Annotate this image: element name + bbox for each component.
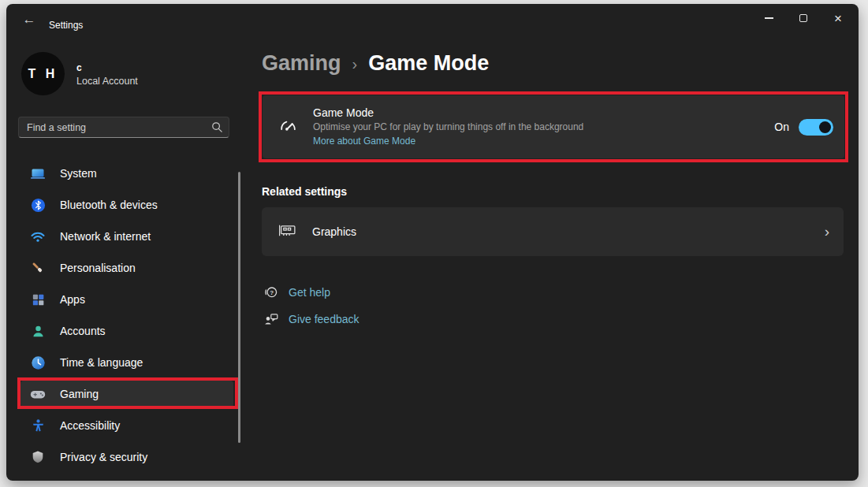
sidebar-item-system[interactable]: System: [20, 158, 233, 189]
game-mode-description: Optimise your PC for play by turning thi…: [313, 121, 774, 132]
toggle-state-label: On: [774, 121, 789, 133]
related-item-label: Graphics: [312, 225, 825, 238]
app-squares-icon: [30, 292, 46, 307]
accessibility-person-icon: [30, 418, 46, 433]
speedometer-icon: [278, 116, 298, 139]
sidebar-item-accessibility[interactable]: Accessibility: [20, 410, 233, 441]
clock-icon: [30, 355, 46, 370]
sidebar-item-privacy[interactable]: Privacy & security: [20, 441, 233, 473]
bluetooth-icon: [30, 197, 46, 213]
sidebar-item-label: Bluetooth & devices: [60, 199, 158, 211]
game-mode-card: Game Mode Optimise your PC for play by t…: [263, 95, 844, 158]
sidebar-item-label: Personalisation: [60, 262, 136, 274]
close-icon: ×: [834, 12, 842, 25]
maximize-icon: [799, 14, 807, 22]
avatar-initials: T H: [28, 67, 58, 81]
window-controls: ×: [751, 6, 855, 31]
sidebar-nav: System Bluetooth & devices Network & int…: [20, 158, 233, 473]
svg-text:?: ?: [270, 289, 274, 296]
settings-window: ← Settings × T H c Local Account: [6, 4, 859, 481]
gamepad-icon: [30, 386, 46, 402]
sidebar-item-gaming[interactable]: Gaming: [20, 381, 233, 407]
app-title: Settings: [49, 20, 83, 31]
sidebar-item-accounts[interactable]: Accounts: [20, 315, 233, 347]
related-item-graphics[interactable]: Graphics ›: [262, 207, 844, 256]
search-box[interactable]: [18, 117, 229, 138]
person-speech-bubble-icon: [263, 311, 280, 327]
search-icon[interactable]: [210, 121, 229, 133]
sidebar-item-apps[interactable]: Apps: [20, 284, 233, 315]
minimize-button[interactable]: [751, 6, 786, 31]
game-mode-toggle[interactable]: [799, 119, 833, 136]
sidebar-item-label: System: [60, 167, 97, 180]
sidebar-item-label: Privacy & security: [60, 451, 147, 463]
breadcrumb-separator-icon: ›: [352, 55, 358, 73]
sidebar-item-label: Accessibility: [60, 419, 120, 432]
get-help-link[interactable]: Get help: [289, 286, 330, 299]
search-input[interactable]: [19, 122, 210, 133]
laptop-icon: [30, 165, 46, 181]
get-help-row[interactable]: ? Get help: [263, 284, 330, 300]
person-icon: [30, 323, 46, 339]
avatar[interactable]: T H: [21, 52, 65, 95]
toggle-knob: [819, 121, 831, 133]
titlebar: ← Settings ×: [6, 4, 859, 35]
breadcrumb-parent[interactable]: Gaming: [262, 51, 341, 76]
game-mode-title: Game Mode: [313, 106, 774, 119]
give-feedback-row[interactable]: Give feedback: [263, 311, 359, 327]
sidebar-item-network[interactable]: Network & internet: [20, 221, 233, 252]
sidebar-item-personalisation[interactable]: Personalisation: [20, 252, 233, 284]
sidebar-item-bluetooth[interactable]: Bluetooth & devices: [20, 189, 233, 221]
sidebar-item-label: Gaming: [60, 388, 99, 400]
give-feedback-link[interactable]: Give feedback: [289, 313, 359, 325]
page-title: Game Mode: [368, 51, 489, 76]
sidebar-item-label: Network & internet: [60, 230, 151, 243]
related-settings-heading: Related settings: [262, 185, 347, 198]
game-mode-learn-more-link[interactable]: More about Game Mode: [313, 136, 415, 147]
sidebar-item-label: Apps: [60, 293, 85, 306]
sidebar-scrollbar[interactable]: [238, 172, 240, 443]
sidebar-item-label: Accounts: [60, 325, 106, 337]
account-type: Local Account: [76, 76, 138, 87]
sidebar-item-time-language[interactable]: Time & language: [20, 347, 233, 378]
gpu-card-icon: [278, 223, 297, 241]
wifi-icon: [30, 229, 46, 244]
account-name: c: [76, 62, 82, 73]
paintbrush-icon: [30, 260, 46, 276]
sidebar-item-label: Time & language: [60, 356, 143, 369]
headset-question-icon: ?: [263, 284, 280, 300]
chevron-right-icon: ›: [825, 223, 844, 240]
back-arrow-icon: ←: [23, 12, 36, 28]
close-button[interactable]: ×: [821, 6, 855, 31]
breadcrumb: Gaming › Game Mode: [262, 51, 489, 76]
minimize-icon: [765, 17, 773, 19]
back-button[interactable]: ←: [16, 8, 43, 32]
maximize-button[interactable]: [786, 6, 821, 31]
shield-icon: [30, 449, 46, 465]
annotation-box-game-mode: Game Mode Optimise your PC for play by t…: [259, 91, 848, 162]
